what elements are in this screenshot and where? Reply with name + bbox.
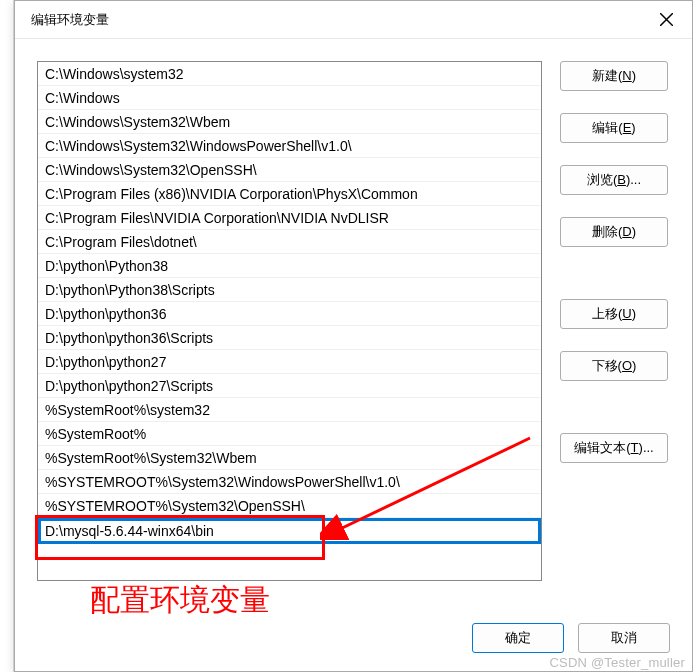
list-item[interactable]: D:\python\python27 xyxy=(38,350,541,374)
path-edit-input[interactable] xyxy=(40,520,539,542)
edit-text-button[interactable]: 编辑文本(T)... xyxy=(560,433,668,463)
list-item[interactable]: %SYSTEMROOT%\System32\OpenSSH\ xyxy=(38,494,541,518)
move-down-button[interactable]: 下移(O) xyxy=(560,351,668,381)
list-item[interactable]: C:\Program Files (x86)\NVIDIA Corporatio… xyxy=(38,182,541,206)
browse-button[interactable]: 浏览(B)... xyxy=(560,165,668,195)
path-listbox[interactable]: C:\Windows\system32 C:\Windows C:\Window… xyxy=(37,61,542,581)
list-item[interactable]: D:\python\Python38\Scripts xyxy=(38,278,541,302)
titlebar: 编辑环境变量 xyxy=(15,1,692,39)
move-up-button[interactable]: 上移(U) xyxy=(560,299,668,329)
list-item[interactable]: %SystemRoot%\System32\Wbem xyxy=(38,446,541,470)
list-item[interactable]: %SystemRoot%\system32 xyxy=(38,398,541,422)
list-item[interactable]: %SYSTEMROOT%\System32\WindowsPowerShell\… xyxy=(38,470,541,494)
button-column: 新建(N) 编辑(E) 浏览(B)... 删除(D) 上移(U) 下移(O) 编… xyxy=(560,61,668,581)
list-item[interactable]: C:\Windows\System32\OpenSSH\ xyxy=(38,158,541,182)
list-item[interactable]: %SystemRoot% xyxy=(38,422,541,446)
list-item[interactable]: D:\python\python36 xyxy=(38,302,541,326)
list-item[interactable]: D:\python\Python38 xyxy=(38,254,541,278)
close-button[interactable] xyxy=(652,6,680,34)
env-var-dialog: 编辑环境变量 C:\Windows\system32 C:\Windows C:… xyxy=(14,0,693,672)
list-item-editing[interactable] xyxy=(38,518,541,544)
bottom-buttons: 确定 取消 xyxy=(472,623,670,653)
close-icon xyxy=(660,13,673,26)
list-item[interactable]: C:\Windows\System32\Wbem xyxy=(38,110,541,134)
list-item[interactable]: C:\Windows xyxy=(38,86,541,110)
list-item[interactable]: D:\python\python27\Scripts xyxy=(38,374,541,398)
list-item[interactable]: C:\Program Files\NVIDIA Corporation\NVID… xyxy=(38,206,541,230)
cancel-button[interactable]: 取消 xyxy=(578,623,670,653)
list-item[interactable]: C:\Windows\System32\WindowsPowerShell\v1… xyxy=(38,134,541,158)
list-item[interactable]: D:\python\python36\Scripts xyxy=(38,326,541,350)
new-button[interactable]: 新建(N) xyxy=(560,61,668,91)
delete-button[interactable]: 删除(D) xyxy=(560,217,668,247)
ok-button[interactable]: 确定 xyxy=(472,623,564,653)
edit-button[interactable]: 编辑(E) xyxy=(560,113,668,143)
list-item[interactable]: C:\Program Files\dotnet\ xyxy=(38,230,541,254)
list-item[interactable]: C:\Windows\system32 xyxy=(38,62,541,86)
titlebar-text: 编辑环境变量 xyxy=(31,11,109,29)
